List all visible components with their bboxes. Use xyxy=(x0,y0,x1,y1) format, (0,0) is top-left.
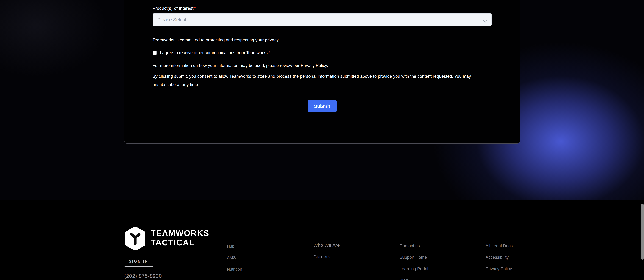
chevron-down-icon xyxy=(483,19,488,24)
footer-link-blog[interactable]: Blog xyxy=(400,278,428,280)
footer-link-support-home[interactable]: Support Home xyxy=(400,255,428,260)
footer-link-all-legal-docs[interactable]: All Legal Docs xyxy=(486,243,513,248)
agree-row: I agree to receive other communications … xyxy=(152,50,492,55)
footer-link-hub[interactable]: Hub xyxy=(227,243,242,249)
agree-label-text: I agree to receive other communications … xyxy=(160,50,269,55)
product-interest-label: Product(s) of Interest* xyxy=(152,6,492,11)
vertical-scrollbar-thumb[interactable] xyxy=(641,204,644,259)
consent-text: By clicking submit, you consent to allow… xyxy=(152,72,492,89)
sign-in-button[interactable]: SIGN IN xyxy=(124,256,154,267)
logo-line-1: TEAMWORKS xyxy=(150,228,210,238)
footer-column-products: Hub AMS Nutrition xyxy=(227,243,242,278)
logo-wordmark: TEAMWORKS TACTICAL xyxy=(150,228,210,247)
teamworks-tactical-logo[interactable]: TEAMWORKS TACTICAL xyxy=(124,225,219,248)
info-text: For more information on how your informa… xyxy=(152,63,492,68)
main-section: Product(s) of Interest* Please Select Te… xyxy=(0,0,644,200)
phone-number[interactable]: (202) 875-8930 xyxy=(124,273,162,279)
submit-button[interactable]: Submit xyxy=(308,100,337,112)
background-glow-topleft xyxy=(0,0,107,77)
footer-link-accessibility[interactable]: Accessibility xyxy=(486,255,513,260)
logo-line-2: TACTICAL xyxy=(150,238,195,247)
product-interest-select[interactable]: Please Select xyxy=(152,13,492,26)
teamworks-hexagon-icon xyxy=(125,227,146,250)
privacy-policy-link[interactable]: Privacy Policy xyxy=(300,63,327,68)
footer-link-privacy-policy[interactable]: Privacy Policy xyxy=(486,266,513,271)
product-interest-label-text: Product(s) of Interest xyxy=(152,6,194,11)
footer-column-company: Who We Are Careers xyxy=(313,242,340,265)
footer-link-who-we-are[interactable]: Who We Are xyxy=(313,242,340,248)
privacy-intro-text: Teamworks is committed to protecting and… xyxy=(152,38,492,43)
footer-link-learning-portal[interactable]: Learning Portal xyxy=(400,266,428,271)
footer-column-support: Contact us Support Home Learning Portal … xyxy=(400,243,428,280)
agree-checkbox[interactable] xyxy=(152,51,157,55)
agree-label: I agree to receive other communications … xyxy=(160,50,270,55)
required-asterisk: * xyxy=(194,6,196,11)
footer-link-ams[interactable]: AMS xyxy=(227,255,242,260)
info-text-after: . xyxy=(327,63,328,68)
agree-required-asterisk: * xyxy=(269,50,270,55)
footer-link-nutrition[interactable]: Nutrition xyxy=(227,266,242,272)
contact-form-card: Product(s) of Interest* Please Select Te… xyxy=(124,0,520,144)
footer-column-legal: All Legal Docs Accessibility Privacy Pol… xyxy=(486,243,513,278)
footer-link-careers[interactable]: Careers xyxy=(313,254,340,260)
select-placeholder: Please Select xyxy=(158,17,186,22)
footer: TEAMWORKS TACTICAL SIGN IN (202) 875-893… xyxy=(0,200,644,280)
info-text-before: For more information on how your informa… xyxy=(152,63,300,68)
footer-link-contact-us[interactable]: Contact us xyxy=(400,243,428,248)
